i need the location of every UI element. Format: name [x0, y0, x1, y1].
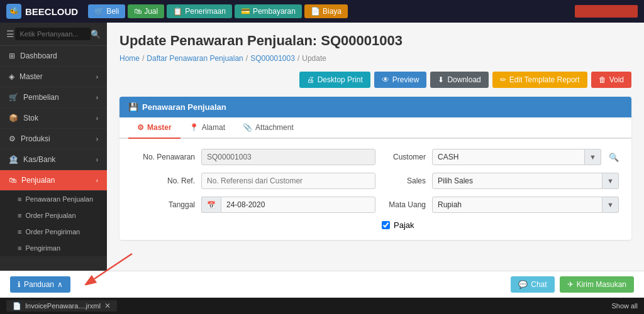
tab-master[interactable]: ⚙ Master — [128, 117, 180, 139]
sidebar-item-label: Pembelian — [23, 93, 59, 102]
sidebar-item-master[interactable]: ◈ Master › — [0, 67, 107, 87]
sidebar-sub-pengiriman[interactable]: ≡ Pengiriman — [0, 240, 107, 256]
attachment-icon: 📎 — [243, 123, 252, 132]
void-icon: 🗑 — [599, 75, 606, 84]
sidebar-item-penjualan[interactable]: 🛍 Penjualan ‹ — [0, 170, 107, 191]
action-bar: 🖨 Desktop Print 👁 Preview ⬇ Download ✏ E… — [119, 72, 631, 88]
chevron-left-icon: ‹ — [96, 177, 98, 184]
no-ref-input[interactable] — [201, 173, 375, 189]
panduan-button[interactable]: ℹ Panduan ∧ — [10, 276, 70, 293]
form-card: 💾 Penawaran Penjualan ⚙ Master 📍 Alamat … — [119, 97, 631, 240]
bottom-right-buttons: 💬 Chat ✈ Kirim Masukan — [511, 276, 634, 293]
customer-search-icon[interactable]: 🔍 — [609, 153, 619, 162]
nav-penerimaan-button[interactable]: 📋 Penerimaan — [167, 4, 232, 18]
customer-row: Customer CASH ▼ 🔍 — [375, 149, 619, 165]
chevron-right-icon: › — [96, 115, 98, 122]
tab-alamat[interactable]: 📍 Alamat — [180, 117, 234, 139]
sidebar-sub-order-pengiriman[interactable]: ≡ Order Pengiriman — [0, 224, 107, 240]
mata-uang-input-group: Rupiah ▼ — [432, 197, 619, 213]
breadcrumb-daftar[interactable]: Daftar Penawaran Penjualan — [147, 54, 243, 63]
no-penawaran-input[interactable] — [201, 149, 375, 165]
stok-icon: 📦 — [9, 114, 18, 122]
edit-template-button[interactable]: ✏ Edit Template Report — [492, 72, 587, 88]
calendar-icon[interactable]: 📅 — [201, 197, 221, 213]
void-button[interactable]: 🗑 Void — [591, 72, 631, 88]
status-bar: 📄 InvoicePenawara....jrxml ✕ Show all — [0, 298, 644, 314]
nav-jual-button[interactable]: 🛍 Jual — [128, 4, 164, 18]
location-icon: 📍 — [189, 123, 199, 132]
master-icon: ◈ — [9, 72, 14, 81]
nav-beli-button[interactable]: 🛒 Beli — [88, 4, 125, 18]
logo-text: BEECLOUD — [25, 6, 78, 17]
chevron-right-icon: › — [96, 73, 98, 80]
sales-label: Sales — [375, 176, 426, 185]
sidebar-header: ☰ 🔍 — [0, 23, 107, 46]
pajak-label: Pajak — [394, 220, 414, 230]
mata-uang-label: Mata Uang — [375, 200, 426, 209]
show-all-label[interactable]: Show all — [611, 302, 638, 310]
menu-toggle-icon[interactable]: ☰ — [6, 29, 14, 39]
search-icon[interactable]: 🔍 — [91, 30, 101, 39]
chevron-right-icon: › — [96, 156, 98, 163]
form-body: No. Penawaran No. Ref. Tanggal 📅 — [119, 139, 631, 240]
customer-label: Customer — [375, 153, 426, 161]
main-content: Update Penawaran Penjualan: SQ00001003 H… — [107, 23, 644, 271]
tanggal-label: Tanggal — [132, 200, 195, 209]
sidebar-item-stok[interactable]: 📦 Stok › — [0, 108, 107, 129]
bottom-bar: ℹ Panduan ∧ 💬 Chat ✈ Kirim Masukan — [0, 271, 644, 298]
sidebar-item-pembelian[interactable]: 🛒 Pembelian › — [0, 87, 107, 108]
breadcrumb-home[interactable]: Home — [119, 54, 140, 63]
pajak-checkbox[interactable] — [382, 221, 390, 229]
preview-button[interactable]: 👁 Preview — [374, 72, 427, 88]
info-icon: ℹ — [18, 280, 21, 289]
sidebar-sub-order-penjualan[interactable]: ≡ Order Penjualan — [0, 207, 107, 224]
tabs: ⚙ Master 📍 Alamat 📎 Attachment — [119, 117, 631, 139]
file-icon: 📄 — [13, 302, 21, 310]
mata-uang-row: Mata Uang Rupiah ▼ — [375, 197, 619, 213]
mata-uang-select[interactable]: Rupiah — [432, 197, 602, 213]
chat-button[interactable]: 💬 Chat — [511, 276, 554, 293]
kirim-masukan-button[interactable]: ✈ Kirim Masukan — [560, 276, 634, 293]
sub-icon: ≡ — [18, 244, 21, 252]
sidebar-sub-penawaran[interactable]: ≡ Penawaran Penjualan — [0, 191, 107, 207]
form-right: Customer CASH ▼ 🔍 Sales — [375, 149, 619, 230]
dashboard-icon: ⊞ — [9, 51, 15, 60]
sub-icon: ≡ — [18, 212, 21, 219]
tanggal-input[interactable] — [221, 197, 375, 213]
nav-pembayaran-button[interactable]: 💳 Pembayaran — [235, 4, 302, 18]
chevron-down-icon: ▼ — [602, 197, 619, 213]
download-icon: ⬇ — [438, 75, 444, 84]
sidebar-item-kasbank[interactable]: 🏦 Kas/Bank › — [0, 149, 107, 170]
produksi-icon: ⚙ — [9, 134, 16, 143]
tab-attachment[interactable]: 📎 Attachment — [234, 117, 303, 139]
status-file-item[interactable]: 📄 InvoicePenawara....jrxml ✕ — [6, 300, 117, 311]
file-label: InvoicePenawara....jrxml — [25, 302, 101, 310]
nav-biaya-button[interactable]: 📄 Biaya — [304, 4, 348, 18]
pembelian-icon: 🛒 — [9, 93, 18, 102]
breadcrumb-sq[interactable]: SQ00001003 — [250, 54, 295, 63]
eye-icon: 👁 — [382, 75, 389, 84]
chevron-down-icon: ▼ — [585, 149, 601, 165]
sales-select[interactable]: Pilih Sales — [432, 173, 602, 189]
download-button[interactable]: ⬇ Download — [430, 72, 488, 88]
tanggal-row: Tanggal 📅 — [132, 197, 375, 213]
sidebar-search-input[interactable] — [15, 28, 91, 40]
sidebar-sub-label: Order Penjualan — [25, 212, 75, 219]
penjualan-icon: 🛍 — [9, 176, 16, 185]
breadcrumb-update: Update — [302, 54, 326, 63]
no-ref-label: No. Ref. — [132, 176, 195, 185]
top-nav: 🐝 BEECLOUD 🛒 Beli 🛍 Jual 📋 Penerimaan 💳 … — [0, 0, 644, 23]
sub-icon: ≡ — [18, 228, 21, 236]
sales-input-group: Pilih Sales ▼ — [432, 173, 619, 189]
sidebar-item-label: Produksi — [21, 134, 50, 143]
close-icon[interactable]: ✕ — [104, 301, 111, 310]
breadcrumb: Home / Daftar Penawaran Penjualan / SQ00… — [119, 54, 631, 63]
sidebar-item-produksi[interactable]: ⚙ Produksi › — [0, 129, 107, 149]
sidebar-item-dashboard[interactable]: ⊞ Dashboard — [0, 46, 107, 67]
desktop-print-button[interactable]: 🖨 Desktop Print — [299, 72, 370, 88]
send-icon: ✈ — [567, 280, 574, 289]
pajak-row: Pajak — [375, 220, 619, 230]
form-card-title: Penawaran Penjualan — [142, 102, 226, 112]
customer-select[interactable]: CASH — [432, 149, 585, 165]
sidebar-item-label: Stok — [23, 114, 38, 122]
